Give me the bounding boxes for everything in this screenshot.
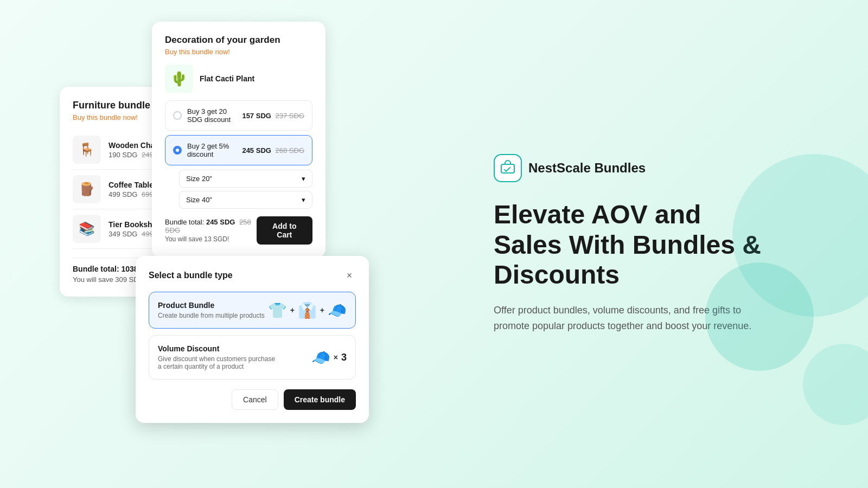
- garden-total-text: Bundle total: 245 SDG 258 SDG: [165, 218, 257, 234]
- option-1-prices: 157 SDG 237 SDG: [242, 112, 304, 120]
- product-bundle-desc: Create bundle from multiple products: [158, 312, 265, 319]
- jacket-icon: 👔: [298, 301, 317, 319]
- left-section: Furniture bundle Buy this bundle now! 🪑 …: [43, 22, 450, 466]
- size-select-2[interactable]: Size 40" ▾: [179, 191, 312, 209]
- product-bundle-info: Product Bundle Create bundle from multip…: [158, 301, 265, 319]
- radio-option-1[interactable]: [173, 111, 182, 120]
- option-2-label: Buy 2 get 5% discount: [187, 142, 237, 158]
- modal-header: Select a bundle type ×: [149, 269, 356, 282]
- volume-discount-title: Volume Discount: [158, 344, 277, 353]
- table-image: 🪵: [73, 175, 101, 203]
- volume-discount-icons: 🧢 × 3: [311, 349, 347, 367]
- bundle-option-1[interactable]: Buy 3 get 20 SDG discount 157 SDG 237 SD…: [165, 100, 312, 131]
- garden-footer: Bundle total: 245 SDG 258 SDG You will s…: [165, 216, 312, 245]
- select-bundle-modal: Select a bundle type × Product Bundle Cr…: [136, 256, 369, 423]
- chair-image: 🪑: [73, 136, 101, 164]
- garden-save-text: You will save 13 SGD!: [165, 235, 257, 243]
- modal-title: Select a bundle type: [149, 271, 233, 280]
- garden-card: Decoration of your garden Buy this bundl…: [152, 22, 326, 258]
- brand-logo: NestScale Bundles: [494, 154, 825, 182]
- quantity-number: 3: [341, 352, 347, 363]
- product-bundle-icons: 👕 + 👔 + 🧢: [268, 301, 347, 319]
- garden-total: Bundle total: 245 SDG 258 SDG You will s…: [165, 218, 257, 243]
- add-to-cart-button[interactable]: Add to Cart: [257, 216, 312, 245]
- cap-icon-2: 🧢: [311, 349, 330, 367]
- times-icon: ×: [334, 353, 338, 362]
- logo-icon: [494, 154, 522, 182]
- create-bundle-button[interactable]: Create bundle: [284, 389, 356, 410]
- garden-title: Decoration of your garden: [165, 35, 312, 46]
- tshirt-icon: 👕: [268, 301, 287, 319]
- volume-discount-card[interactable]: Volume Discount Give discount when custo…: [149, 335, 356, 380]
- size-select-1[interactable]: Size 20" ▾: [179, 170, 312, 188]
- size-selects: Size 20" ▾ Size 40" ▾: [179, 170, 312, 209]
- shelf-image: 📚: [73, 215, 101, 243]
- cacti-name: Flat Cacti Plant: [200, 74, 254, 83]
- hero-title: Elevate AOV and Sales With Bundles & Dis…: [494, 200, 776, 290]
- plus-icon-1: +: [290, 306, 295, 314]
- volume-discount-desc: Give discount when customers purchase a …: [158, 355, 277, 370]
- right-section: NestScale Bundles Elevate AOV and Sales …: [450, 154, 825, 333]
- option-2-prices: 245 SDG 268 SDG: [242, 146, 304, 155]
- svg-rect-0: [501, 164, 514, 173]
- product-bundle-title: Product Bundle: [158, 301, 265, 310]
- modal-footer: Cancel Create bundle: [149, 389, 356, 410]
- option-1-label: Buy 3 get 20 SDG discount: [187, 107, 237, 124]
- brand-name: NestScale Bundles: [528, 160, 646, 176]
- garden-buy-link[interactable]: Buy this bundle now!: [165, 48, 312, 56]
- cacti-product: 🌵 Flat Cacti Plant: [165, 65, 312, 93]
- cap-icon: 🧢: [328, 301, 347, 319]
- radio-option-2[interactable]: [173, 146, 182, 155]
- bundle-option-2[interactable]: Buy 2 get 5% discount 245 SDG 268 SDG: [165, 135, 312, 165]
- volume-discount-info: Volume Discount Give discount when custo…: [158, 344, 277, 370]
- modal-close-button[interactable]: ×: [343, 269, 356, 282]
- cacti-image: 🌵: [165, 65, 193, 93]
- cancel-button[interactable]: Cancel: [232, 389, 278, 410]
- hero-description: Offer product bundles, volume discounts,…: [494, 303, 754, 334]
- plus-icon-2: +: [320, 306, 324, 314]
- product-bundle-card[interactable]: Product Bundle Create bundle from multip…: [149, 292, 356, 329]
- deco-circle-3: [803, 344, 868, 425]
